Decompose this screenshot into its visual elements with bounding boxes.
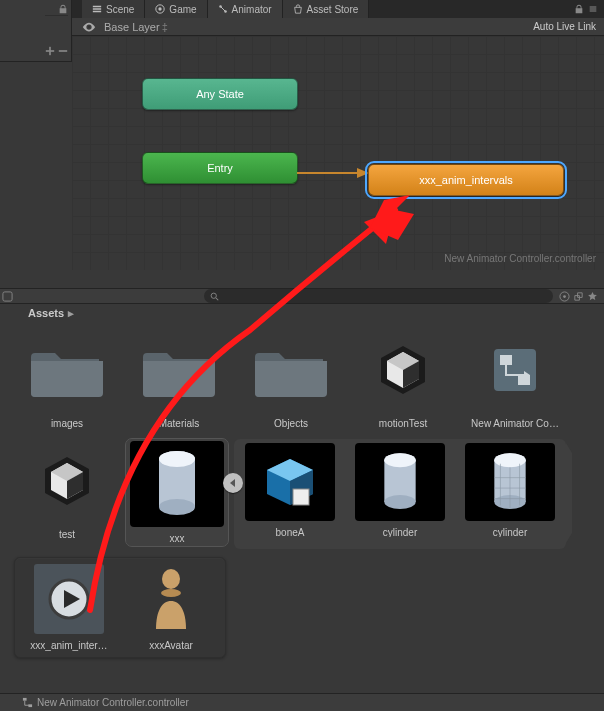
context-menu-icon[interactable] xyxy=(588,4,598,14)
filter-icon-2[interactable] xyxy=(573,291,584,302)
unity-logo-icon xyxy=(39,453,95,509)
svg-point-10 xyxy=(88,25,90,27)
node-any-state[interactable]: Any State xyxy=(142,78,298,110)
asset-clip-xxx_anim_intervals[interactable]: xxx_anim_inter… xyxy=(21,564,117,651)
asset-label: boneA xyxy=(238,527,342,537)
node-default-state-label: xxx_anim_intervals xyxy=(419,174,513,186)
assets-row-2: test xxx xyxy=(0,435,604,553)
asset-mesh-cylinder-2[interactable]: cylinder xyxy=(458,443,562,537)
asset-avatar-xxxAvatar[interactable]: xxxAvatar xyxy=(123,564,219,651)
tab-animator-label: Animator xyxy=(232,4,272,15)
breadcrumb-label: Base Layer xyxy=(104,21,160,33)
chevron-left-icon xyxy=(229,479,237,487)
animation-clip-icon xyxy=(46,576,92,622)
svg-rect-13 xyxy=(2,291,11,300)
svg-point-42 xyxy=(384,453,415,467)
tab-game-label: Game xyxy=(169,4,196,15)
node-entry[interactable]: Entry xyxy=(142,152,298,184)
svg-rect-9 xyxy=(590,11,597,12)
main-tab-bar: Scene Game Animator Asset Store xyxy=(0,0,604,18)
group-expand-right[interactable] xyxy=(566,443,572,543)
graph-controller-label: New Animator Controller.controller xyxy=(444,253,596,264)
assets-breadcrumb[interactable]: Assets ▸ xyxy=(0,304,604,322)
asset-anim-controller[interactable]: New Animator Co… xyxy=(462,328,568,429)
eye-icon[interactable] xyxy=(82,20,96,34)
svg-rect-23 xyxy=(500,355,512,365)
asset-label: xxx_anim_inter… xyxy=(21,640,117,651)
transition-arrow[interactable] xyxy=(297,166,371,180)
asset-label: xxx xyxy=(128,533,226,544)
chevron-right-icon: ▸ xyxy=(68,307,74,320)
asset-label: cylinder xyxy=(348,527,452,537)
asset-store-icon xyxy=(293,4,303,14)
svg-point-33 xyxy=(159,451,195,467)
game-icon xyxy=(155,4,165,14)
svg-point-56 xyxy=(162,569,180,589)
svg-point-32 xyxy=(159,499,195,515)
tab-asset-store-label: Asset Store xyxy=(307,4,359,15)
svg-point-57 xyxy=(161,589,181,597)
asset-model-xxx[interactable]: xxx xyxy=(126,439,228,546)
svg-rect-58 xyxy=(23,698,27,701)
project-toolbar xyxy=(0,288,604,304)
svg-marker-34 xyxy=(230,479,235,487)
svg-rect-7 xyxy=(590,7,597,8)
breadcrumb[interactable]: Base Layer‡ xyxy=(104,21,168,33)
plus-minus-icon[interactable] xyxy=(45,46,55,56)
animator-graph[interactable]: Any State Entry xxx_anim_intervals New A… xyxy=(72,36,604,270)
asset-label: Objects xyxy=(238,418,344,429)
search-input[interactable] xyxy=(204,289,553,303)
auto-live-link-button[interactable]: Auto Live Link xyxy=(533,21,604,32)
asset-subassets-group: xxx_anim_inter… xxxAvatar xyxy=(14,557,226,658)
asset-scene-test[interactable]: test xyxy=(14,439,120,540)
asset-label: images xyxy=(14,418,120,429)
asset-children-group: boneA cylinder xyxy=(234,439,566,549)
asset-folder-materials[interactable]: Materials xyxy=(126,328,232,429)
lock-icon xyxy=(58,4,68,14)
status-bar-path: New Animator Controller.controller xyxy=(37,697,189,708)
left-gutter xyxy=(0,0,72,62)
folder-icon xyxy=(255,341,327,399)
node-default-state[interactable]: xxx_anim_intervals xyxy=(368,164,564,196)
asset-mesh-boneA[interactable]: boneA xyxy=(238,443,342,537)
folder-icon xyxy=(31,341,103,399)
tab-asset-store[interactable]: Asset Store xyxy=(283,0,370,18)
filter-icon-1[interactable] xyxy=(559,291,570,302)
minus-icon[interactable] xyxy=(58,46,68,56)
avatar-icon xyxy=(150,567,192,631)
asset-folder-objects[interactable]: Objects xyxy=(238,328,344,429)
cube-icon xyxy=(263,455,317,509)
asset-label: New Animator Co… xyxy=(462,418,568,429)
animator-controller-small-icon xyxy=(22,697,33,708)
svg-point-4 xyxy=(159,7,162,10)
svg-point-17 xyxy=(563,295,566,298)
assets-header-label: Assets xyxy=(28,307,64,319)
favorite-icon[interactable] xyxy=(587,291,598,302)
svg-point-14 xyxy=(211,293,216,298)
tab-animator[interactable]: Animator xyxy=(208,0,283,18)
node-entry-label: Entry xyxy=(207,162,233,174)
animator-icon xyxy=(218,4,228,14)
svg-point-46 xyxy=(494,453,525,467)
unity-logo-icon xyxy=(375,342,431,398)
project-status-bar: New Animator Controller.controller xyxy=(0,693,604,711)
asset-label: test xyxy=(14,529,120,540)
asset-folder-images[interactable]: images xyxy=(14,328,120,429)
asset-label: motionTest xyxy=(350,418,456,429)
asset-label: cylinder xyxy=(458,527,562,537)
svg-rect-1 xyxy=(49,47,51,55)
svg-line-15 xyxy=(216,298,218,300)
asset-mesh-cylinder-1[interactable]: cylinder xyxy=(348,443,452,537)
assets-panel: Assets ▸ images Materials Objects motion… xyxy=(0,304,604,693)
assets-row-3: xxx_anim_inter… xxxAvatar xyxy=(0,553,604,662)
svg-rect-38 xyxy=(293,489,309,505)
tab-game[interactable]: Game xyxy=(145,0,207,18)
asset-scene-motionTest[interactable]: motionTest xyxy=(350,328,456,429)
create-menu-icon[interactable] xyxy=(2,291,13,302)
tab-scene[interactable]: Scene xyxy=(82,0,145,18)
svg-rect-2 xyxy=(59,50,67,52)
tab-bar-right xyxy=(574,4,604,14)
svg-point-41 xyxy=(384,495,415,509)
asset-label: Materials xyxy=(126,418,232,429)
lock-icon[interactable] xyxy=(574,4,584,14)
